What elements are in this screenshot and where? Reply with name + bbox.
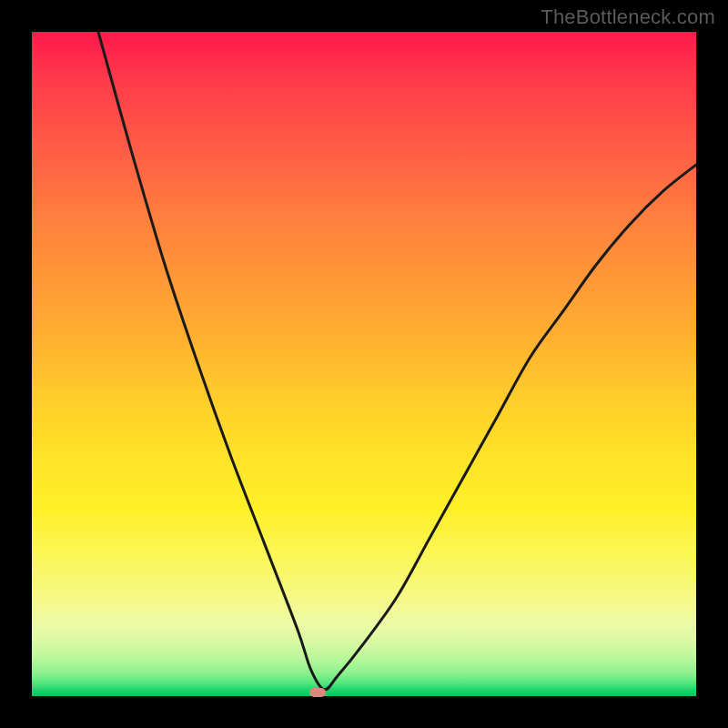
plot-area [32, 32, 696, 696]
bottleneck-curve-svg [32, 32, 696, 696]
bottleneck-curve-path [98, 32, 696, 690]
watermark-text: TheBottleneck.com [541, 5, 715, 29]
optimum-marker-icon [309, 688, 326, 697]
